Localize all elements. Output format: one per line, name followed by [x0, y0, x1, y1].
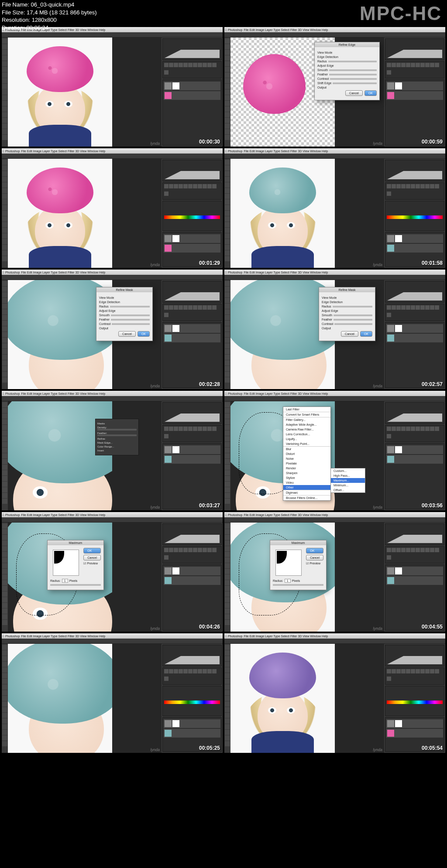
- tool-icon[interactable]: [225, 211, 230, 216]
- adjustment-icon[interactable]: [193, 305, 197, 310]
- tool-icon[interactable]: [225, 465, 230, 470]
- adjustment-icon[interactable]: [174, 548, 178, 552]
- tool-icon[interactable]: [225, 442, 230, 447]
- radius-slider[interactable]: [328, 61, 377, 62]
- adjustment-icon[interactable]: [392, 427, 396, 431]
- smooth-slider[interactable]: [111, 314, 150, 316]
- adjustment-icon[interactable]: [392, 548, 396, 552]
- adjustment-icon[interactable]: [212, 305, 217, 310]
- tool-icon[interactable]: [225, 650, 230, 656]
- adjustment-icon[interactable]: [387, 184, 391, 188]
- adjustment-icon[interactable]: [212, 63, 217, 67]
- adjustment-icon[interactable]: [169, 305, 173, 310]
- tool-icon[interactable]: [2, 326, 7, 331]
- tools-palette[interactable]: [224, 159, 230, 268]
- adjustment-icon[interactable]: [411, 305, 415, 310]
- menu-item[interactable]: Blur: [283, 447, 330, 451]
- tool-icon[interactable]: [225, 118, 230, 123]
- tool-icon[interactable]: [2, 360, 7, 366]
- tool-icon[interactable]: [2, 436, 7, 441]
- adjustment-icon[interactable]: [406, 669, 410, 673]
- panels-dock[interactable]: [162, 159, 223, 268]
- histogram-panel[interactable]: [385, 281, 444, 303]
- adjustment-icon[interactable]: [401, 669, 406, 673]
- layer-row[interactable]: [164, 719, 220, 728]
- tool-icon[interactable]: [225, 338, 230, 343]
- tool-icon[interactable]: [2, 233, 7, 239]
- adjustment-icon[interactable]: [164, 677, 168, 681]
- layer-row[interactable]: [164, 445, 220, 454]
- tool-icon[interactable]: [225, 741, 230, 746]
- tool-icon[interactable]: [225, 597, 230, 602]
- adjustment-icon[interactable]: [396, 427, 401, 431]
- adjustment-icon[interactable]: [387, 548, 391, 552]
- tool-icon[interactable]: [2, 408, 7, 413]
- tool-icon[interactable]: [2, 419, 7, 424]
- adjustment-icon[interactable]: [169, 184, 173, 188]
- adjustment-icon[interactable]: [387, 434, 391, 438]
- tool-icon[interactable]: [2, 216, 7, 222]
- adjustment-icon[interactable]: [420, 63, 425, 67]
- tool-icon[interactable]: [2, 106, 7, 112]
- adjustment-icon[interactable]: [387, 305, 391, 310]
- tool-icon[interactable]: [225, 718, 230, 724]
- tool-icon[interactable]: [2, 540, 7, 546]
- hue-gradient-bar[interactable]: [164, 215, 220, 219]
- radius-slider[interactable]: [50, 584, 101, 586]
- video-thumbnail[interactable]:  Photoshop File Edit Image Layer Type S…: [224, 391, 445, 510]
- adjustment-icon[interactable]: [207, 305, 212, 310]
- tool-icon[interactable]: [2, 95, 7, 100]
- adjustment-icon[interactable]: [430, 548, 434, 552]
- canvas-area[interactable]: lynda Maximum OK Cancel ☑ Preview Radius…: [230, 523, 384, 632]
- tool-icon[interactable]: [2, 61, 7, 66]
- adjustment-icon[interactable]: [207, 184, 212, 188]
- tool-icon[interactable]: [2, 89, 7, 95]
- adjustment-icon[interactable]: [406, 63, 410, 67]
- tool-icon[interactable]: [2, 614, 7, 619]
- hue-saturation-panel[interactable]: [385, 201, 444, 231]
- smooth-slider[interactable]: [329, 69, 377, 71]
- adjustment-icon[interactable]: [392, 669, 396, 673]
- tool-icon[interactable]: [2, 523, 7, 529]
- tool-icon[interactable]: [2, 239, 7, 244]
- adjustment-icon[interactable]: [198, 548, 202, 552]
- tool-icon[interactable]: [225, 292, 230, 297]
- ok-button[interactable]: OK: [360, 331, 372, 337]
- adjustment-icon[interactable]: [392, 305, 396, 310]
- adjustment-icon[interactable]: [203, 305, 207, 310]
- tool-icon[interactable]: [2, 355, 7, 360]
- tool-icon[interactable]: [225, 735, 230, 741]
- panels-dock[interactable]: [384, 159, 445, 268]
- tool-icon[interactable]: [225, 413, 230, 419]
- adjustment-icon[interactable]: [169, 548, 173, 552]
- adjustments-panel[interactable]: [162, 425, 222, 442]
- tool-icon[interactable]: [2, 332, 7, 337]
- histogram-panel[interactable]: [162, 402, 222, 424]
- tool-icon[interactable]: [225, 112, 230, 117]
- menu-item[interactable]: Distort: [283, 451, 330, 456]
- tool-icon[interactable]: [2, 487, 7, 492]
- tool-icon[interactable]: [225, 431, 230, 436]
- tool-icon[interactable]: [2, 281, 7, 286]
- tool-icon[interactable]: [225, 78, 230, 83]
- adjustment-icon[interactable]: [164, 434, 168, 438]
- tool-icon[interactable]: [225, 304, 230, 309]
- tool-icon[interactable]: [2, 645, 7, 650]
- adjustment-icon[interactable]: [406, 427, 410, 431]
- tool-icon[interactable]: [2, 459, 7, 464]
- menu-item[interactable]: Liquify...: [283, 437, 330, 441]
- tool-icon[interactable]: [225, 129, 230, 134]
- preview-checkbox[interactable]: ☑ Preview: [306, 562, 323, 565]
- tool-icon[interactable]: [225, 713, 230, 718]
- tool-icon[interactable]: [2, 684, 7, 690]
- tool-icon[interactable]: [225, 177, 230, 182]
- layers-panel[interactable]: [162, 322, 222, 388]
- layers-panel[interactable]: [385, 443, 444, 509]
- tool-icon[interactable]: [225, 499, 230, 504]
- tools-palette[interactable]: [2, 523, 8, 632]
- adjustment-icon[interactable]: [406, 184, 410, 188]
- canvas-area[interactable]: lynda Masks Density: Feather: Refine: Ma…: [8, 401, 162, 510]
- menu-item[interactable]: Camera Raw Filter...: [283, 427, 330, 432]
- tool-icon[interactable]: [2, 182, 7, 188]
- menu-item[interactable]: Lens Correction...: [283, 432, 330, 437]
